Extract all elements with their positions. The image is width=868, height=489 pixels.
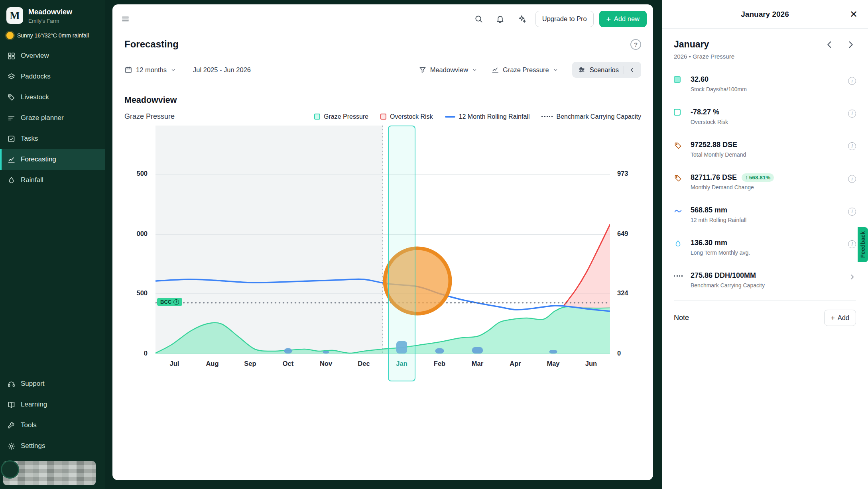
y-axis-right-tick: 649 [617,230,642,238]
stat-value: 275.86 DDH/100MM [691,271,756,280]
sidebar-item-livestock[interactable]: Livestock [0,87,105,108]
sidebar-item-label: Learning [21,401,47,408]
stat-row: 568.85 mm12 mth Rolling Rainfalli [674,200,856,233]
y-axis-right-tick: 973 [617,170,642,177]
note-label: Note [674,314,689,322]
rainfall-curve-icon [674,207,683,215]
menu-toggle-button[interactable] [117,11,133,27]
change-badge-value: 568.81% [749,175,770,181]
tasks-icon [7,135,16,143]
droplet-icon [7,176,16,185]
stat-row: 136.30 mmLong Term Monthly avg.i [674,233,856,265]
hamburger-icon [121,14,130,24]
plus-icon: + [606,15,611,23]
sidebar-footer-nav: SupportLearningToolsSettings [0,373,105,456]
help-icon[interactable]: ? [630,39,641,50]
user-profile-blurred[interactable] [3,461,96,485]
chart-subtitle: Graze Pressure [124,112,175,121]
info-icon[interactable]: i [848,77,856,85]
sidebar-item-overview[interactable]: Overview [0,45,105,66]
info-icon[interactable]: i [848,208,856,216]
bell-icon [496,14,505,24]
month-label-sep: Sep [231,360,269,367]
stat-value: 82711.76 DSE [691,173,737,182]
gear-icon [7,442,16,450]
upgrade-label: Upgrade to Pro [542,15,587,23]
feedback-tab[interactable]: Feedback [858,227,868,262]
legend-item[interactable]: Graze Pressure [314,113,368,120]
collapse-panel-icon[interactable] [629,67,636,73]
farm-select[interactable]: Meadowview [419,66,478,74]
stat-label: Total Monthly Demand [691,151,746,158]
x-axis-months: JulAugSepOctNovDecJanFebMarAprMayJun [155,360,610,367]
benchmark-badge[interactable]: BCC i [157,298,182,306]
info-icon[interactable]: i [173,299,179,305]
y-axis-left-tick: 0 [123,350,148,357]
arrow-up-icon: ↑ [745,175,748,181]
topbar: Upgrade to Pro +Add new [112,4,653,33]
rainfall-bar [284,348,292,353]
range-select[interactable]: 12 months [124,66,176,74]
sidebar-item-paddocks[interactable]: Paddocks [0,66,105,87]
sidebar-item-rainfall[interactable]: Rainfall [0,170,105,190]
close-icon[interactable]: ✕ [847,8,860,21]
sidebar-item-tools[interactable]: Tools [0,415,105,436]
stat-row: -78.27 %Overstock Riski [674,102,856,135]
add-note-button[interactable]: +Add [824,310,856,326]
sidebar-item-label: Overview [21,52,49,60]
month-label-jan: Jan [383,360,421,367]
search-button[interactable] [471,11,487,27]
info-icon[interactable]: i [848,110,856,118]
stat-value: 97252.88 DSE [691,141,737,149]
panel-header-title: January 2026 [741,10,789,19]
sidebar-item-support[interactable]: Support [0,373,105,394]
add-new-button[interactable]: +Add new [599,11,647,27]
list-icon [7,114,16,122]
legend-item[interactable]: Benchmark Carrying Capacity [541,113,641,120]
tag-icon [674,141,683,150]
info-icon[interactable]: i [848,142,856,150]
stat-label: Stock Days/ha/100mm [691,86,747,92]
brand-name: Meadowview [28,8,72,16]
legend-swatch-blue-line [445,116,455,118]
month-label-feb: Feb [421,360,459,367]
stat-row: 32.60Stock Days/ha/100mmi [674,69,856,102]
headset-icon [7,380,16,388]
tag-icon [7,93,16,102]
rainfall-bar [323,351,329,353]
legend-swatch-teal [314,114,320,120]
legend-item[interactable]: Overstock Risk [380,113,433,120]
notifications-button[interactable] [492,11,508,27]
date-range[interactable]: Jul 2025 - Jun 2026 [193,66,251,74]
scenarios-button[interactable]: Scenarios [572,62,641,78]
month-label-jun: Jun [572,360,610,367]
month-label-aug: Aug [193,360,231,367]
sidebar-item-settings[interactable]: Settings [0,436,105,456]
info-icon[interactable]: i [848,240,856,248]
avatar[interactable] [1,460,19,479]
history-region [155,126,383,354]
sidebar-item-graze-planner[interactable]: Graze planner [0,108,105,128]
brand-farm-name: Emily's Farm [28,18,72,24]
chevron-right-icon[interactable] [848,273,856,281]
divider [624,66,624,74]
farm-select-label: Meadowview [430,66,468,74]
upgrade-button[interactable]: Upgrade to Pro [535,11,594,27]
prev-month-button[interactable] [824,39,835,50]
rainfall-bar [472,347,483,353]
forecast-chart[interactable] [155,126,610,356]
sidebar-item-learning[interactable]: Learning [0,394,105,415]
month-label-oct: Oct [269,360,307,367]
info-icon[interactable]: i [848,175,856,183]
next-month-button[interactable] [845,39,856,50]
sidebar-item-tasks[interactable]: Tasks [0,128,105,149]
legend-label: Graze Pressure [324,113,368,120]
dotted-line-icon [674,272,683,277]
month-label-may: May [534,360,572,367]
range-label: 12 months [136,66,167,74]
chevron-down-icon [553,67,559,73]
ai-assistant-button[interactable] [514,11,530,27]
sidebar-item-forecasting[interactable]: Forecasting [0,149,105,170]
metric-select[interactable]: Graze Pressure [491,66,559,74]
legend-item[interactable]: 12 Month Rolling Rainfall [445,113,530,120]
